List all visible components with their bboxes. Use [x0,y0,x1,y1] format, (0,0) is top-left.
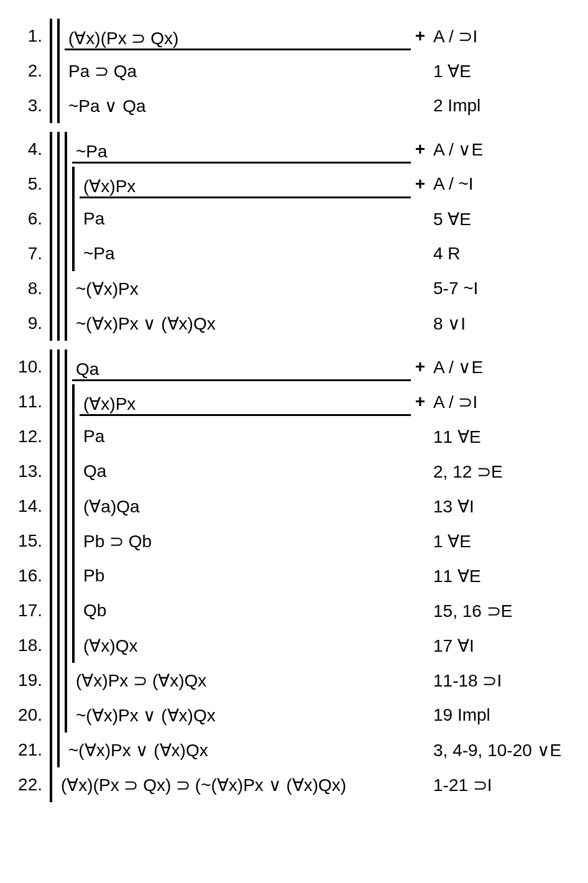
scope-bar [50,236,52,271]
formula: (∀x)Px [80,170,411,198]
assumption-marker: + [411,174,430,194]
proof-line: 21.~(∀x)Px ∨ (∀x)Qx3, 4-9, 10-20 ∨E [12,733,576,767]
scope-bar [65,628,67,663]
justification: 19 Impl [430,705,576,725]
formula: Pa [80,203,411,235]
scope-bar [65,236,67,271]
formula-cell: Qb [80,593,411,628]
scope-bar [50,271,52,306]
justification: 1 ∀E [430,531,576,552]
justification: A / ⊃I [430,26,576,47]
scope-bar [50,53,52,88]
scope-bar [50,306,52,341]
formula-cell: ~(∀x)Px [72,271,411,306]
justification: 1 ∀E [430,61,576,81]
line-number: 19. [12,670,50,690]
line-number: 15. [12,531,50,551]
scope-bars [50,593,80,628]
scope-bar [72,524,75,558]
scope-bar [50,167,52,201]
spacer [12,123,576,132]
scope-bars [50,53,65,88]
scope-bar [57,53,60,88]
scope-bar [50,489,52,524]
scope-bars [50,419,80,454]
line-number: 6. [12,209,50,229]
scope-bar [57,201,60,236]
formula-cell: ~(∀x)Px ∨ (∀x)Qx [65,733,411,767]
scope-bar [72,558,75,593]
line-number: 21. [12,740,50,760]
proof-line: 3.~Pa ∨ Qa2 Impl [12,88,576,123]
scope-bar [57,698,60,733]
assumption-marker: + [411,392,430,412]
formula: Pb [80,560,411,592]
scope-bars [50,88,65,123]
formula-cell: ~Pa [72,132,411,167]
scope-bar [57,384,60,419]
scope-bars [50,349,72,384]
scope-bar [57,733,60,767]
scope-bar [65,593,67,628]
scope-bar [50,663,52,698]
scope-bar [50,349,52,384]
line-number: 20. [12,705,50,725]
scope-bar [65,306,67,341]
scope-bar [65,132,67,167]
scope-bars [50,132,72,167]
line-number: 9. [12,313,50,333]
scope-bars [50,628,80,663]
line-number: 22. [12,775,50,795]
scope-bar [65,489,67,524]
formula-cell: (∀x)(Px ⊃ Qx) ⊃ (~(∀x)Px ∨ (∀x)Qx) [57,767,411,802]
scope-bars [50,524,80,558]
line-number: 2. [12,61,50,81]
justification: 2, 12 ⊃E [430,461,576,482]
proof-line: 12.Pa11 ∀E [12,419,576,454]
justification: 17 ∀I [430,636,576,656]
formula: Qa [80,455,411,488]
scope-bar [50,733,52,767]
line-number: 1. [12,26,50,46]
formula: (∀x)Px ⊃ (∀x)Qx [72,664,411,697]
formula: ~(∀x)Px ∨ (∀x)Qx [72,307,411,340]
scope-bar [72,419,75,454]
scope-bar [50,454,52,489]
scope-bars [50,733,65,767]
formula-cell: (∀x)Px [80,167,411,201]
scope-bars [50,306,72,341]
scope-bar [72,489,75,524]
justification: 8 ∨I [430,313,576,334]
proof-line: 4.~Pa+A / ∨E [12,132,576,167]
formula: (∀x)(Px ⊃ Qx) [65,22,411,50]
scope-bar [57,593,60,628]
formula: Qa [72,353,411,381]
scope-bars [50,767,57,802]
scope-bar [57,306,60,341]
proof-line: 6.Pa5 ∀E [12,201,576,236]
scope-bar [72,201,75,236]
proof-container: 1.(∀x)(Px ⊃ Qx)+A / ⊃I2.Pa ⊃ Qa1 ∀E3.~Pa… [12,19,576,802]
line-number: 5. [12,174,50,194]
scope-bar [72,236,75,271]
scope-bars [50,558,80,593]
formula: Pb ⊃ Qb [80,525,411,558]
scope-bar [65,698,67,733]
proof-line: 7.~Pa4 R [12,236,576,271]
proof-line: 22.(∀x)(Px ⊃ Qx) ⊃ (~(∀x)Px ∨ (∀x)Qx)1-2… [12,767,576,802]
formula-cell: Pb ⊃ Qb [80,524,411,558]
scope-bar [57,628,60,663]
scope-bar [65,419,67,454]
justification: 11 ∀E [430,427,576,447]
justification: A / ∨E [430,357,576,377]
formula-cell: Pa ⊃ Qa [65,53,411,88]
proof-line: 1.(∀x)(Px ⊃ Qx)+A / ⊃I [12,19,576,53]
proof-line: 2.Pa ⊃ Qa1 ∀E [12,53,576,88]
scope-bar [50,698,52,733]
scope-bars [50,384,80,419]
scope-bar [65,271,67,306]
formula: Qb [80,594,411,627]
formula-cell: (∀x)(Px ⊃ Qx) [65,19,411,53]
scope-bar [72,628,75,663]
formula: ~Pa ∨ Qa [65,90,411,123]
